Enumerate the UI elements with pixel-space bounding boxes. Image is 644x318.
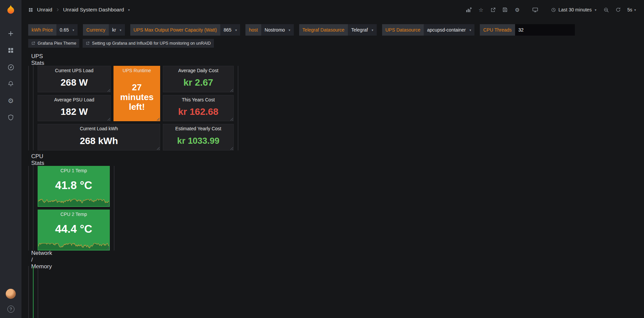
panel-title[interactable]: Current Load kWh [80, 126, 118, 131]
panel-ups-runtime: UPS Runtime 27 minutes left! [113, 66, 160, 121]
panel-title[interactable]: Network [28, 268, 29, 273]
panel-title[interactable]: UPS Runtime [123, 68, 151, 73]
alerting-bell-icon[interactable] [7, 80, 15, 88]
stat-value: 182 W [61, 106, 88, 117]
panel-resize-handle[interactable] [107, 89, 110, 92]
variable-label: kWh Price [28, 24, 56, 36]
share-icon[interactable] [488, 5, 498, 15]
apps-grid-icon[interactable] [28, 7, 34, 13]
panel-this-years-cost: This Years Cost kr 162.68 [163, 95, 234, 122]
stat-value: kr 2.67 [183, 77, 213, 88]
panel-cpu1-temp: CPU 1 Temp 41.8 °C [38, 166, 110, 207]
panel-average-daily-cost: Average Daily Cost kr 2.67 [163, 66, 234, 92]
sidebar: ⚙ ? [0, 0, 21, 318]
variable-telegraf-datasource[interactable]: Telegraf Datasource Telegraf▾ [299, 24, 377, 36]
panel-title[interactable]: Average PSU Load [54, 97, 94, 102]
panel-resize-handle[interactable] [106, 203, 109, 206]
panel-title[interactable]: CPU 2 [114, 168, 114, 173]
create-plus-icon[interactable] [7, 30, 15, 38]
add-panel-icon[interactable] [464, 5, 474, 15]
ups-stat-cluster: Current UPS Load 268 W UPS Runtime 27 mi… [38, 66, 234, 150]
panel-cpu2-temp: CPU 2 Temp 44.4 °C [38, 210, 110, 251]
panel-title[interactable]: UPS Load % [28, 68, 29, 73]
panel-title[interactable]: CPU package [33, 168, 34, 173]
cycle-view-monitor-icon[interactable] [530, 5, 540, 15]
variable-ups-datasource[interactable]: UPS Datasource apcupsd-container▾ [382, 24, 475, 36]
panel-title[interactable]: Current UPS Load [55, 68, 93, 73]
variable-label: CPU Threads [480, 24, 515, 36]
legend: avg current▾ Core 7 21% 37% Core 2 19% 2… [29, 225, 29, 250]
variable-host[interactable]: host Nostromo▾ [245, 24, 293, 36]
configuration-gear-icon[interactable]: ⚙ [7, 97, 15, 105]
panel-title[interactable]: Uptime [33, 268, 34, 273]
row-title: UPS Stats [31, 53, 44, 66]
variable-ups-max-output[interactable]: UPS Max Output Power Capacity (Watt) 865… [130, 24, 240, 36]
refresh-interval-picker[interactable]: 5s ▾ [625, 7, 638, 12]
variable-kwh-price[interactable]: kWh Price 0.65▾ [28, 24, 78, 36]
variable-value-dropdown[interactable]: apcupsd-container▾ [424, 24, 474, 36]
breadcrumb-folder[interactable]: Unraid [37, 7, 52, 13]
panel-resize-handle[interactable] [156, 147, 159, 150]
dashboard-title[interactable]: Unraid System Dashboard [63, 7, 124, 13]
caret-down-icon: ▾ [289, 28, 290, 32]
zoom-out-icon[interactable] [601, 5, 611, 15]
panel-resize-handle[interactable] [156, 118, 159, 121]
graph-area: 100%50%0% [29, 175, 29, 219]
variable-currency[interactable]: Currency kr▾ [83, 24, 125, 36]
panel-title[interactable]: UPS Load vs Time left [238, 68, 238, 73]
stat-value: 268 W [61, 77, 88, 88]
panel-title[interactable]: CPU 1 [28, 168, 29, 173]
panel-title[interactable]: Average Daily Cost [178, 68, 219, 73]
graph-area: 70.000000 GB60.000000 GB50.000000 GB max… [38, 275, 38, 318]
dashboard: UPS Stats UPS Load % Last 12 hours Perce… [21, 54, 35, 54]
panel-resize-handle[interactable] [230, 89, 233, 92]
variable-value-dropdown[interactable]: kr▾ [109, 24, 125, 36]
legend: UPS Load Min: 17% Max: 32% Avg: 20% Watt… [29, 143, 29, 150]
panel-resize-handle[interactable] [230, 147, 233, 150]
sidebar-bottom: ? [6, 289, 16, 313]
star-icon[interactable]: ☆ [476, 5, 486, 15]
variable-value-dropdown[interactable]: 0.65▾ [56, 24, 78, 36]
link-grafana-plex-theme[interactable]: Grafana Plex Theme [28, 39, 79, 48]
panel-title[interactable]: CPU 1 Temp [60, 168, 87, 173]
dashboards-icon[interactable] [7, 46, 15, 54]
stat-value: 268 kWh [80, 136, 118, 146]
row-title: CPU Stats [31, 153, 44, 167]
panel-cpu-package: CPU package Last 30 minutes 40%30%20%10%… [33, 166, 34, 251]
refresh-interval-caret-icon: ▾ [634, 8, 636, 12]
graph-area: Percent 35%30%25%20%15% 300 W250 W200 W1… [29, 75, 29, 137]
refresh-icon[interactable] [613, 5, 623, 15]
time-range-picker[interactable]: Last 30 minutes ▾ [548, 7, 599, 12]
stat-value: 44.4 °C [55, 223, 92, 235]
panel-estimated-yearly-cost: Estimated Yearly Cost kr 1033.99 [163, 124, 234, 150]
link-ups-monitoring-guide[interactable]: Setting up Grafana and InfluxDB for UPS … [83, 39, 214, 48]
panel-resize-handle[interactable] [230, 118, 233, 121]
time-range-caret-icon: ▾ [595, 8, 596, 12]
dashboard-title-caret-icon[interactable]: ▾ [128, 8, 130, 12]
server-admin-shield-icon[interactable] [7, 113, 15, 122]
variable-value-dropdown[interactable]: 865▾ [220, 24, 240, 36]
variable-label: Currency [83, 24, 109, 36]
cpu-threads-input[interactable] [515, 24, 575, 36]
panel-cpu2: CPU 2 Last 30 minutes 100%50%0% 19:5019:… [114, 166, 114, 251]
graph-area: 350 W300 W250 W200 W 35 min30 min25 min2… [238, 75, 238, 144]
panel-title[interactable]: Estimated Yearly Cost [175, 126, 221, 131]
panel-title[interactable]: CPU 2 Temp [60, 212, 87, 217]
navbar: Unraid Unraid System Dashboard ▾ ☆ ⚙ Las… [21, 0, 644, 19]
panel-resize-handle[interactable] [107, 118, 110, 121]
variable-cpu-threads: CPU Threads [480, 24, 575, 36]
panel-title[interactable]: UPS Battery Charge [33, 68, 34, 73]
grafana-logo[interactable] [5, 4, 16, 15]
help-icon[interactable]: ? [7, 306, 14, 313]
sparkline [38, 241, 109, 250]
variable-label: UPS Datasource [382, 24, 424, 36]
panel-resize-handle[interactable] [106, 247, 109, 250]
save-icon[interactable] [500, 5, 510, 15]
user-avatar[interactable] [6, 289, 16, 299]
panel-title[interactable]: Memory [38, 268, 38, 273]
panel-title[interactable]: This Years Cost [182, 97, 215, 102]
explore-compass-icon[interactable] [7, 63, 15, 71]
variable-value-dropdown[interactable]: Telegraf▾ [348, 24, 377, 36]
variable-value-dropdown[interactable]: Nostromo▾ [261, 24, 294, 36]
dashboard-settings-gear-icon[interactable]: ⚙ [512, 5, 522, 15]
